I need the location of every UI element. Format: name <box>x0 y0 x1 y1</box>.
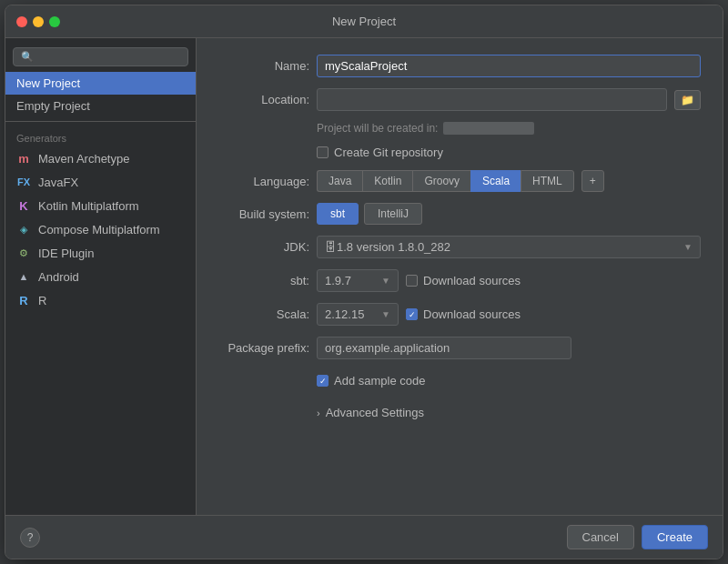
build-system-label: Build system: <box>218 207 309 221</box>
scala-version-select[interactable]: 2.12.15 ▼ <box>317 303 399 326</box>
chevron-right-icon: › <box>317 408 320 418</box>
lang-html[interactable]: HTML <box>521 170 574 192</box>
maven-icon: m <box>16 151 31 166</box>
jdk-dropdown-arrow: ▼ <box>683 242 693 252</box>
language-buttons: Java Kotlin Groovy Scala HTML <box>317 170 574 192</box>
sidebar-item-maven-archetype[interactable]: m Maven Archetype <box>5 146 196 170</box>
maximize-button[interactable] <box>49 16 60 27</box>
sample-code-label: Add sample code <box>334 374 425 388</box>
close-button[interactable] <box>16 16 27 27</box>
name-row: Name: <box>218 55 701 77</box>
compose-icon: ◈ <box>16 222 31 237</box>
location-row: Location: 📁 <box>218 88 701 111</box>
footer-right: Cancel Create <box>567 525 709 549</box>
sbt-version-select[interactable]: 1.9.7 ▼ <box>317 269 399 292</box>
dialog-content: 🔍 New Project Empty Project Generators m… <box>5 38 723 515</box>
sidebar-item-label: Compose Multiplatform <box>38 223 160 237</box>
main-form: Name: Location: 📁 Project will be create… <box>197 38 723 515</box>
android-icon: ▲ <box>16 269 31 284</box>
git-label: Create Git repository <box>334 146 443 159</box>
build-sbt[interactable]: sbt <box>317 203 359 225</box>
location-input[interactable] <box>317 88 667 111</box>
jdk-select[interactable]: 🗄 1.8 version 1.8.0_282 ▼ <box>317 236 701 258</box>
scala-row: Scala: 2.12.15 ▼ Download sources <box>218 303 701 326</box>
folder-icon: 📁 <box>681 94 694 106</box>
sidebar-item-label: JavaFX <box>38 176 78 189</box>
sidebar: 🔍 New Project Empty Project Generators m… <box>5 38 197 515</box>
package-prefix-input[interactable] <box>317 337 571 359</box>
footer: ? Cancel Create <box>5 515 723 559</box>
build-system-buttons: sbt IntelliJ <box>317 203 422 225</box>
scala-download-checkbox[interactable] <box>406 308 418 320</box>
sidebar-item-kotlin-multiplatform[interactable]: K Kotlin Multiplatform <box>5 194 196 217</box>
search-box[interactable]: 🔍 <box>13 47 188 66</box>
sample-code-checkbox[interactable] <box>317 375 329 387</box>
sidebar-item-label: Maven Archetype <box>38 152 129 166</box>
cancel-button[interactable]: Cancel <box>567 525 634 549</box>
jdk-value: 1.8 version 1.8.0_282 <box>337 240 450 254</box>
location-label: Location: <box>218 93 309 106</box>
help-button[interactable]: ? <box>20 528 40 548</box>
language-label: Language: <box>218 175 309 188</box>
advanced-settings-label: Advanced Settings <box>326 406 424 419</box>
sidebar-item-ide-plugin[interactable]: ⚙ IDE Plugin <box>5 241 196 265</box>
advanced-settings-row[interactable]: › Advanced Settings <box>317 406 701 419</box>
generators-label: Generators <box>5 126 196 146</box>
sidebar-item-compose-multiplatform[interactable]: ◈ Compose Multiplatform <box>5 217 196 241</box>
sidebar-item-javafx[interactable]: FX JavaFX <box>5 170 196 194</box>
jdk-row: JDK: 🗄 1.8 version 1.8.0_282 ▼ <box>218 236 701 258</box>
build-intellij[interactable]: IntelliJ <box>364 203 422 225</box>
dialog-title: New Project <box>332 15 396 28</box>
sbt-row: sbt: 1.9.7 ▼ Download sources <box>218 269 701 292</box>
sidebar-item-label: Kotlin Multiplatform <box>38 199 139 213</box>
sbt-download-sources: Download sources <box>406 274 521 287</box>
package-prefix-row: Package prefix: <box>218 337 701 359</box>
project-created-label: Project will be created in: <box>317 122 438 135</box>
sbt-version-value: 1.9.7 <box>325 274 351 287</box>
scala-download-sources: Download sources <box>406 307 521 321</box>
jdk-icon: 🗄 <box>325 240 337 254</box>
sbt-download-checkbox[interactable] <box>406 275 418 287</box>
jdk-label: JDK: <box>218 240 309 254</box>
scala-version-value: 2.12.15 <box>325 307 364 321</box>
name-label: Name: <box>218 59 309 73</box>
scala-dropdown-arrow: ▼ <box>381 309 390 319</box>
name-input[interactable] <box>317 55 701 77</box>
sidebar-item-label: R <box>38 294 46 307</box>
javafx-icon: FX <box>16 175 31 189</box>
window-controls <box>16 16 60 27</box>
kotlin-icon: K <box>16 198 31 213</box>
lang-kotlin[interactable]: Kotlin <box>362 170 412 192</box>
new-project-dialog: New Project 🔍 New Project Empty Project … <box>5 5 723 559</box>
git-checkbox[interactable] <box>317 146 329 158</box>
sidebar-item-label: New Project <box>16 76 80 90</box>
sidebar-item-new-project[interactable]: New Project <box>5 72 196 95</box>
language-row: Language: Java Kotlin Groovy Scala HTML … <box>218 170 701 192</box>
title-bar: New Project <box>5 5 723 38</box>
footer-left: ? <box>20 528 40 548</box>
lang-java[interactable]: Java <box>317 170 362 192</box>
git-row: Create Git repository <box>317 146 701 159</box>
sidebar-item-label: Android <box>38 270 79 284</box>
scala-download-label: Download sources <box>423 307 521 321</box>
sample-code-row: Add sample code <box>317 374 701 388</box>
help-icon: ? <box>27 531 34 544</box>
search-icon: 🔍 <box>21 51 34 63</box>
sidebar-item-empty-project[interactable]: Empty Project <box>5 95 196 117</box>
lang-scala[interactable]: Scala <box>470 170 521 192</box>
sidebar-item-label: IDE Plugin <box>38 247 94 260</box>
sbt-label: sbt: <box>218 274 309 287</box>
project-path-row: Project will be created in: <box>317 122 701 135</box>
sidebar-item-label: Empty Project <box>16 99 90 113</box>
sbt-dropdown-arrow: ▼ <box>381 276 390 286</box>
create-button[interactable]: Create <box>642 525 708 549</box>
sidebar-item-r[interactable]: R R <box>5 288 196 312</box>
build-system-row: Build system: sbt IntelliJ <box>218 203 701 225</box>
browse-button[interactable]: 📁 <box>674 90 701 110</box>
sbt-download-label: Download sources <box>423 274 521 287</box>
minimize-button[interactable] <box>33 16 44 27</box>
sidebar-item-android[interactable]: ▲ Android <box>5 265 196 288</box>
package-prefix-label: Package prefix: <box>218 341 309 355</box>
add-language-button[interactable]: + <box>581 170 604 192</box>
lang-groovy[interactable]: Groovy <box>412 170 470 192</box>
